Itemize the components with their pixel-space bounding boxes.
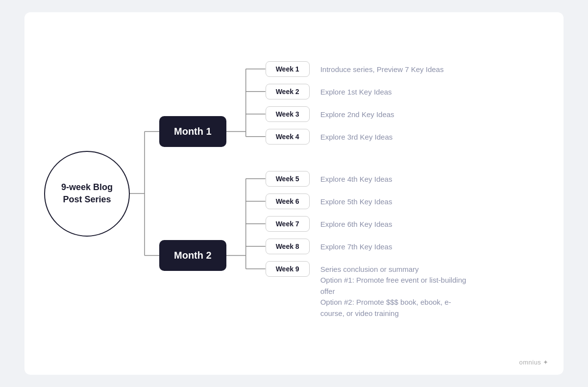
month-gap [266,151,467,171]
week-4-badge: Week 4 [266,129,310,145]
week-5-desc: Explore 4th Key Ideas [320,171,392,185]
week-7-badge: Week 7 [266,216,310,232]
week-4-desc: Explore 3rd Key Ideas [320,129,393,143]
watermark: omnius [519,359,549,366]
week-3-desc: Explore 2nd Key Ideas [320,106,394,121]
week-row: Week 7 Explore 6th Key Ideas [266,216,467,232]
week-row: Week 4 Explore 3rd Key Ideas [266,129,467,145]
main-canvas: 9-week Blog Post Series Month 1 Month 2 … [24,12,564,375]
week-row: Week 2 Explore 1st Key Ideas [266,84,467,99]
week-9-badge: Week 9 [266,261,310,277]
week-9-desc: Series conclusion or summaryOption #1: P… [320,261,467,319]
week-row: Week 6 Explore 5th Key Ideas [266,194,467,209]
center-node: 9-week Blog Post Series [44,151,130,237]
week-row: Week 1 Introduce series, Preview 7 Key I… [266,61,467,77]
week-6-desc: Explore 5th Key Ideas [320,194,392,208]
week-2-desc: Explore 1st Key Ideas [320,84,392,98]
center-node-label: 9-week Blog Post Series [61,181,113,206]
week-row: Week 3 Explore 2nd Key Ideas [266,106,467,122]
week-row: Week 8 Explore 7th Key Ideas [266,239,467,254]
week-7-desc: Explore 6th Key Ideas [320,216,392,230]
month-2-badge: Month 2 [159,240,226,271]
month-1-badge: Month 1 [159,116,226,147]
week-row: Week 9 Series conclusion or summaryOptio… [266,261,467,319]
week-row: Week 5 Explore 4th Key Ideas [266,171,467,187]
week-5-badge: Week 5 [266,171,310,187]
week-6-badge: Week 6 [266,194,310,209]
week-1-badge: Week 1 [266,61,310,77]
week-8-badge: Week 8 [266,239,310,254]
week-8-desc: Explore 7th Key Ideas [320,239,392,253]
week-3-badge: Week 3 [266,106,310,122]
weeks-column: Week 1 Introduce series, Preview 7 Key I… [266,61,467,326]
week-2-badge: Week 2 [266,84,310,99]
week-1-desc: Introduce series, Preview 7 Key Ideas [320,61,444,75]
months-column: Month 1 Month 2 [159,116,226,271]
